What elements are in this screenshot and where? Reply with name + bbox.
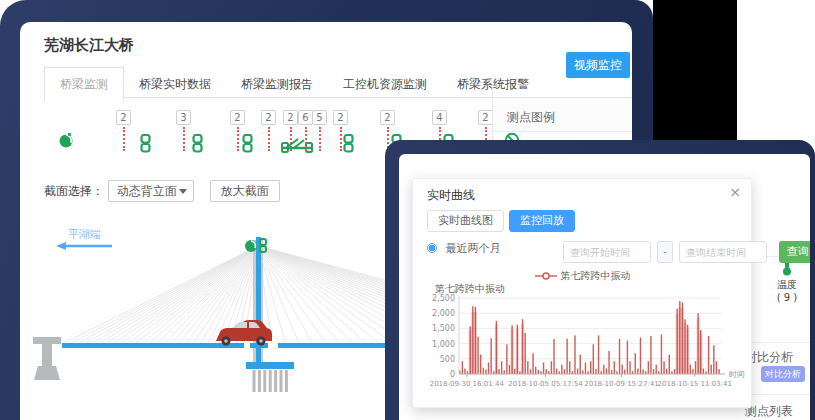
close-icon[interactable]: × [729,184,741,200]
bar [498,369,499,374]
query-end-input[interactable] [679,241,767,263]
bar [653,369,654,374]
bar [598,335,599,374]
legend-panel-title: 测点图例 [493,102,632,132]
sensor-count-badge: 2 [283,110,298,125]
query-row: 最近两个月 - 查询 [427,241,739,263]
bar [690,365,691,374]
point-list-header: 测点列表 [745,398,793,420]
bar [614,361,615,374]
bar [679,301,680,374]
bar [650,336,651,374]
tab-3[interactable]: 工控机资源监测 [328,68,442,101]
section-select-label: 截面选择： [44,183,104,200]
sensor-dash-line [319,127,321,151]
bar [509,365,510,374]
sensor-dash-line [268,127,270,151]
chain-icon[interactable] [192,134,203,157]
query-button[interactable]: 查询 [779,241,810,263]
bar [480,355,481,374]
x-tick-label: 2018-10-05 05:17:54 [508,380,583,388]
bar [629,361,630,374]
bar [661,334,662,374]
sensor-count-badge: 2 [380,110,395,125]
x-tick-label: 2018-10-15 11:03:41 [658,380,732,388]
bridge-end-label: 平湖端 [68,228,101,241]
bar [580,355,581,374]
bar [590,361,591,374]
sensor-count-badge: 6 [298,110,313,125]
sensor-point[interactable]: 2 [261,110,276,151]
dialog-tab-1[interactable]: 监控回放 [509,210,575,232]
bar [527,361,528,374]
dialog-tab-0[interactable]: 实时曲线图 [427,210,504,232]
radio-label: 最近两个月 [446,242,501,255]
bar [687,325,688,374]
chevron-down-icon [179,189,187,194]
bar [606,369,607,374]
bar [553,339,554,374]
sensor-point[interactable]: 5 [312,110,327,151]
chain-icon[interactable] [242,134,253,157]
enlarge-section-button[interactable]: 放大截面 [210,180,280,202]
sensor-dash-line [237,127,239,151]
tab-0[interactable]: 桥梁监测 [44,67,124,102]
bar [697,313,698,374]
bar [669,355,670,374]
sensor-count-badge: 2 [116,110,131,125]
range-separator: - [657,241,673,263]
sensor-point[interactable]: 6 [298,110,313,151]
sensor-count-badge: 2 [230,110,245,125]
temperature-legend[interactable]: 温度 ( 9 ) [765,258,809,303]
left-pier [33,337,61,380]
page-title: 芜湖长江大桥 [44,36,134,55]
y-tick-label: 500 [440,355,455,364]
bar [666,369,667,374]
radio-selected-icon[interactable] [427,243,437,253]
y-tick-label: 0 [450,370,455,379]
bar [462,361,463,374]
bar [684,319,685,374]
bar [472,306,473,374]
x-axis-title: 时间 [729,370,745,379]
bar [496,321,497,374]
bar [611,370,612,374]
bar [501,361,502,374]
bar [656,365,657,374]
gauge-icon[interactable] [58,132,75,153]
bar [621,365,622,374]
chain-icon[interactable] [140,134,151,157]
dialog-title: 实时曲线 [427,187,475,204]
section-controls: 截面选择： 动态背立面 放大截面 [44,180,280,204]
bar [517,325,518,374]
sensor-count-badge: 2 [261,110,276,125]
y-tick-label: 1,000 [432,340,455,349]
bar [608,351,609,374]
chart-legend[interactable]: 第七跨跨中振动 [413,269,753,283]
sensor-point[interactable]: 3 [176,110,191,151]
bar [695,361,696,374]
y-tick-label: 2,500 [432,294,455,303]
sensor-count-badge: 5 [312,110,327,125]
section-select[interactable]: 动态背立面 [108,180,194,202]
bar [514,369,515,374]
bar [543,362,544,374]
sensor-point[interactable]: 2 [116,110,131,151]
direction-arrow-head [56,242,66,250]
foundation-piles [254,370,286,392]
bar [564,369,565,374]
bar [593,344,594,374]
bar [713,345,714,374]
query-start-input[interactable] [563,241,651,263]
bar [535,367,536,374]
sensor-count-badge: 3 [176,110,191,125]
tab-1[interactable]: 桥梁实时数据 [124,68,226,101]
bar [504,370,505,374]
bar [718,369,719,374]
bar [483,368,484,374]
bar [700,330,701,374]
chain-icon[interactable] [343,134,354,157]
video-monitor-button[interactable]: 视频监控 [566,52,630,78]
compare-analysis-button[interactable]: 对比分析 [761,366,805,382]
tab-2[interactable]: 桥梁监测报告 [226,68,328,101]
